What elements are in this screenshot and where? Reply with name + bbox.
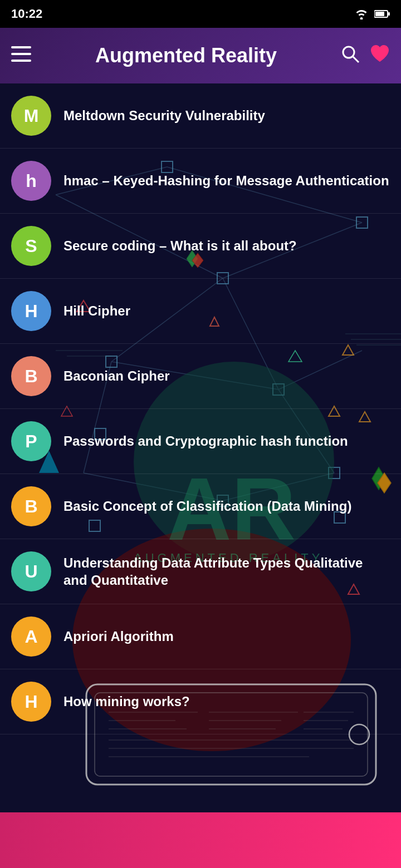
list-item[interactable]: HHow mining works? [0, 669, 401, 734]
article-title: Secure coding – What is it all about? [63, 237, 297, 254]
list-item[interactable]: BBasic Concept of Classification (Data M… [0, 474, 401, 539]
menu-button[interactable] [11, 46, 31, 66]
wifi-icon [354, 8, 369, 19]
svg-rect-1 [375, 12, 384, 16]
list-item[interactable]: MMeltdown Security Vulnerability [0, 83, 401, 149]
avatar: B [11, 356, 51, 396]
article-title: Baconian Cipher [63, 367, 170, 384]
article-title: Meltdown Security Vulnerability [63, 107, 265, 124]
list-item[interactable]: UUnderstanding Data Attribute Types Qual… [0, 539, 401, 604]
status-bar: 10:22 [0, 0, 401, 28]
list-item[interactable]: AApriori Algorithm [0, 604, 401, 669]
app-header: Augmented Reality [0, 28, 401, 83]
svg-rect-4 [11, 53, 31, 55]
avatar: A [11, 617, 51, 657]
avatar: H [11, 291, 51, 331]
list-item[interactable]: BBaconian Cipher [0, 344, 401, 409]
svg-point-6 [343, 47, 354, 58]
avatar: B [11, 486, 51, 526]
article-title: Hill Cipher [63, 302, 130, 319]
favorites-button[interactable] [370, 44, 390, 67]
svg-rect-5 [11, 60, 31, 62]
list-item[interactable]: SSecure coding – What is it all about? [0, 214, 401, 279]
avatar: h [11, 161, 51, 201]
avatar: U [11, 551, 51, 591]
avatar: H [11, 682, 51, 722]
avatar: S [11, 226, 51, 266]
article-title: How mining works? [63, 693, 190, 710]
content-area: AR AUGMENTED REALITY [0, 83, 401, 812]
list-item[interactable]: HHill Cipher [0, 279, 401, 344]
article-title: Understanding Data Attribute Types Quali… [63, 554, 390, 589]
status-icons [354, 8, 390, 19]
article-title: Passwords and Cryptographic hash functio… [63, 432, 348, 450]
article-title: hmac – Keyed-Hashing for Message Authent… [63, 172, 389, 189]
bottom-gradient-bar [0, 812, 401, 868]
article-title: Apriori Algorithm [63, 628, 174, 645]
search-button[interactable] [341, 45, 360, 67]
article-title: Basic Concept of Classification (Data Mi… [63, 497, 351, 515]
list-item[interactable]: hhmac – Keyed-Hashing for Message Authen… [0, 149, 401, 214]
article-list: MMeltdown Security Vulnerabilityhhmac – … [0, 83, 401, 734]
battery-icon [374, 9, 390, 18]
svg-rect-3 [11, 46, 31, 48]
list-item[interactable]: PPasswords and Cryptographic hash functi… [0, 409, 401, 474]
status-time: 10:22 [11, 7, 42, 21]
svg-rect-2 [388, 12, 390, 16]
svg-line-7 [353, 57, 359, 62]
avatar: M [11, 96, 51, 136]
page-title: Augmented Reality [31, 44, 341, 67]
avatar: P [11, 421, 51, 461]
